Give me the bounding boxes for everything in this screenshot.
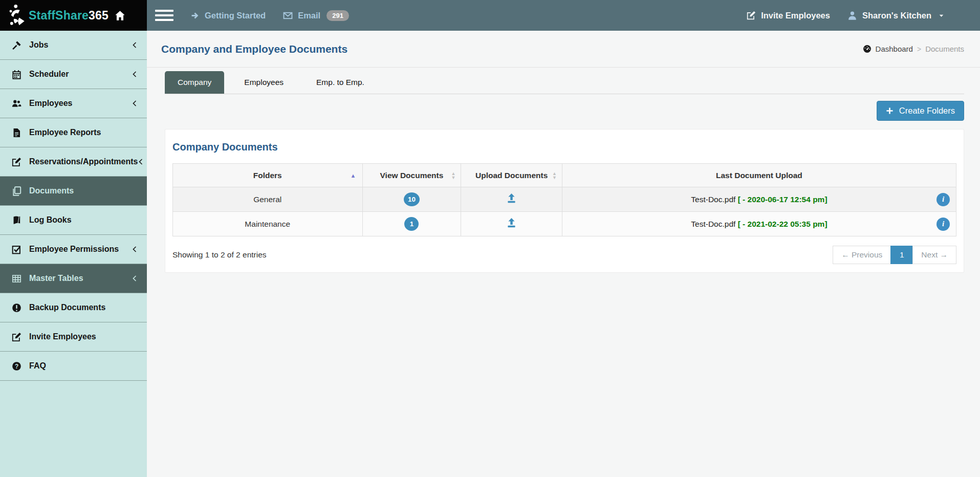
chevron-left-icon <box>132 99 138 107</box>
page-number-button[interactable]: 1 <box>890 246 913 264</box>
sidebar-item-label: Invite Employees <box>29 332 138 341</box>
chevron-left-icon <box>132 41 138 49</box>
last-upload-cell: Test-Doc.pdf [ - 2020-06-17 12:54 pm] i <box>562 187 956 212</box>
invite-employees-link[interactable]: Invite Employees <box>747 11 830 20</box>
chevron-left-icon <box>138 158 144 166</box>
chevron-left-icon <box>132 245 138 253</box>
topbar: StaffShare365 Getting Started Email 291 … <box>0 0 980 31</box>
upload-icon[interactable] <box>506 193 517 204</box>
exclamation-circle-icon <box>11 302 21 313</box>
tab-employees[interactable]: Employees <box>231 71 296 94</box>
previous-page-button[interactable]: ← Previous <box>833 246 891 264</box>
edit-icon <box>747 11 756 20</box>
sidebar-item-label: Scheduler <box>29 70 132 79</box>
column-header-folders[interactable]: Folders ▲ <box>173 164 363 187</box>
copy-icon <box>11 186 21 196</box>
sidebar-item-label: Log Books <box>29 215 138 225</box>
sidebar-item-master-tables[interactable]: Master Tables <box>0 264 147 293</box>
envelope-icon <box>283 11 293 20</box>
chevron-left-icon <box>132 70 138 78</box>
documents-table: Folders ▲ View Documents ▲▼ Upload Docum… <box>172 163 956 236</box>
getting-started-link[interactable]: Getting Started <box>191 11 266 20</box>
table-header-row: Folders ▲ View Documents ▲▼ Upload Docum… <box>173 164 956 187</box>
getting-started-label: Getting Started <box>205 11 266 20</box>
column-header-last-document-upload[interactable]: Last Document Upload <box>562 164 956 187</box>
panel-heading: Company Documents <box>172 141 956 153</box>
table-footer: Showing 1 to 2 of 2 entries ← Previous 1… <box>172 246 956 264</box>
sidebar-item-employees[interactable]: Employees <box>0 89 147 118</box>
breadcrumb: Dashboard > Documents <box>863 45 964 53</box>
next-page-button[interactable]: Next → <box>912 246 956 264</box>
account-label: Sharon's Kitchen <box>862 11 931 20</box>
column-header-upload-documents[interactable]: Upload Documents ▲▼ <box>461 164 562 187</box>
view-documents-cell: 1 <box>362 212 461 236</box>
sidebar-item-jobs[interactable]: Jobs <box>0 31 147 60</box>
sidebar-item-scheduler[interactable]: Scheduler <box>0 60 147 89</box>
sidebar-item-label: Backup Documents <box>29 303 138 312</box>
account-menu[interactable]: Sharon's Kitchen <box>847 11 944 20</box>
table-row: General 10 Test-Doc.pdf [ - 2020-06-17 1… <box>173 187 956 212</box>
plus-icon <box>886 107 894 115</box>
breadcrumb-separator: > <box>917 45 921 53</box>
folder-name-cell: General <box>173 187 363 212</box>
sidebar-item-documents[interactable]: Documents <box>0 177 147 206</box>
info-icon[interactable]: i <box>937 218 950 231</box>
sidebar-item-employee-reports[interactable]: Employee Reports <box>0 118 147 147</box>
sidebar-item-label: Employee Permissions <box>29 245 132 254</box>
table-icon <box>11 273 21 284</box>
table-row: Maintenance 1 Test-Doc.pdf [ - 2021-02-2… <box>173 212 956 236</box>
upload-documents-cell <box>461 212 562 236</box>
page-title: Company and Employee Documents <box>161 43 347 55</box>
file-icon <box>11 127 21 138</box>
info-icon[interactable]: i <box>937 193 950 206</box>
create-folders-button[interactable]: Create Folders <box>877 101 964 121</box>
upload-timestamp: [ - 2021-02-22 05:35 pm] <box>738 220 827 228</box>
sort-icon: ▲▼ <box>552 171 557 180</box>
dashboard-gauge-icon <box>863 45 872 53</box>
svg-text:?: ? <box>14 362 18 370</box>
upload-icon[interactable] <box>506 218 517 228</box>
sidebar-item-label: Employee Reports <box>29 128 138 137</box>
email-link[interactable]: Email 291 <box>283 10 349 21</box>
sidebar-item-label: Reservations/Appointments <box>29 157 138 166</box>
tab-company[interactable]: Company <box>165 71 224 94</box>
user-icon <box>847 11 857 20</box>
email-label: Email <box>298 11 320 20</box>
sidebar-item-label: Jobs <box>29 40 132 50</box>
sidebar-toggle-button[interactable] <box>155 8 173 23</box>
sidebar-item-label: FAQ <box>29 361 138 371</box>
sort-icon: ▲▼ <box>451 171 455 180</box>
sidebar-item-label: Master Tables <box>29 274 132 283</box>
sidebar-item-reservations[interactable]: Reservations/Appointments <box>0 147 147 177</box>
question-circle-icon: ? <box>11 361 21 371</box>
sidebar-item-label: Employees <box>29 99 132 108</box>
actions-row: Create Folders <box>165 101 964 121</box>
caret-down-icon <box>939 13 944 18</box>
breadcrumb-current: Documents <box>925 45 964 53</box>
arrow-right-icon <box>191 11 200 20</box>
column-header-view-documents[interactable]: View Documents ▲▼ <box>362 164 461 187</box>
create-folders-label: Create Folders <box>899 106 955 116</box>
file-name: Test-Doc.pdf <box>691 195 735 204</box>
email-count-badge: 291 <box>326 10 349 21</box>
page-header: Company and Employee Documents Dashboard… <box>147 31 980 68</box>
view-documents-count-badge[interactable]: 1 <box>404 217 419 231</box>
topbar-nav: Getting Started Email 291 Invite Employe… <box>147 0 980 31</box>
people-logo-icon <box>8 4 26 28</box>
view-documents-count-badge[interactable]: 10 <box>404 192 420 206</box>
company-documents-panel: Company Documents Folders ▲ View Documen… <box>165 129 964 273</box>
tab-emp-to-emp[interactable]: Emp. to Emp. <box>303 71 377 94</box>
home-icon[interactable] <box>115 10 125 21</box>
pagination: ← Previous 1 Next → <box>833 246 956 264</box>
sidebar-item-employee-permissions[interactable]: Employee Permissions <box>0 235 147 264</box>
sidebar-item-faq[interactable]: ? FAQ <box>0 352 147 381</box>
sidebar-item-backup-documents[interactable]: Backup Documents <box>0 293 147 322</box>
main-content: Company and Employee Documents Dashboard… <box>147 31 980 477</box>
folder-name-cell: Maintenance <box>173 212 363 236</box>
app-logo[interactable]: StaffShare365 <box>0 0 147 31</box>
breadcrumb-dashboard-link[interactable]: Dashboard <box>876 45 913 53</box>
sidebar: Jobs Scheduler Employees Employee Report… <box>0 31 147 477</box>
sidebar-item-invite-employees[interactable]: Invite Employees <box>0 322 147 352</box>
chevron-left-icon <box>132 274 138 283</box>
sidebar-item-log-books[interactable]: Log Books <box>0 206 147 235</box>
